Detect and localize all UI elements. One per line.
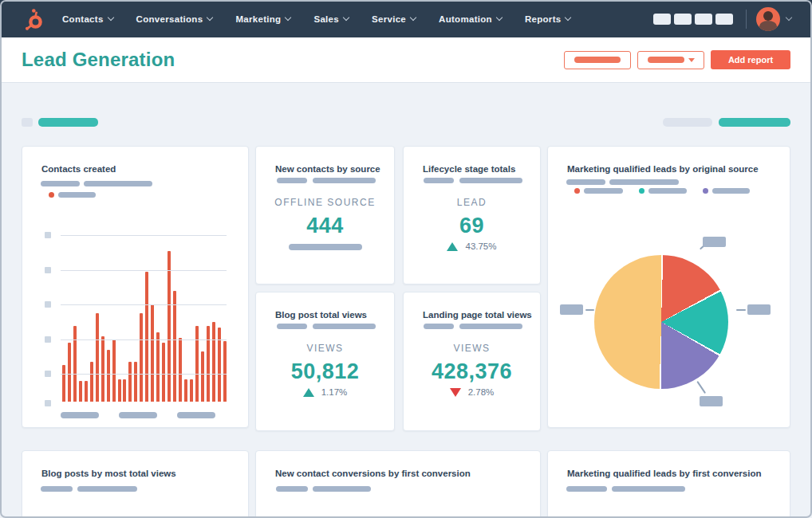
button-label-placeholder <box>574 57 621 63</box>
filter-pill-gray[interactable] <box>663 118 712 127</box>
card-lifecycle-stage-totals: Lifecycle stage totals LEAD 69 43.75% <box>403 146 541 285</box>
metric-value: 444 <box>256 214 394 238</box>
y-tick-placeholder <box>45 336 51 343</box>
nav-icon-placeholder-1[interactable] <box>653 14 671 25</box>
nav-icon-placeholder-3[interactable] <box>695 14 712 25</box>
pie-chart <box>594 255 728 389</box>
subtitle-placeholder <box>424 324 454 329</box>
triangle-down-icon <box>450 388 461 397</box>
bar <box>101 336 104 402</box>
legend-label-placeholder <box>712 188 750 194</box>
card-title: New contacts by source <box>275 164 380 174</box>
subtitle-placeholder <box>566 486 607 492</box>
bar <box>201 351 204 402</box>
subtitle-placeholder <box>459 178 522 183</box>
gridline <box>61 339 227 340</box>
subtitle-placeholder <box>84 181 152 186</box>
nav-item-label: Sales <box>313 14 339 24</box>
bar-chart-bars <box>62 233 227 402</box>
card-new-contacts-by-source: New contacts by source OFFLINE SOURCE 44… <box>255 146 395 285</box>
y-tick-placeholder <box>45 232 51 238</box>
nav-item-contacts[interactable]: Contacts <box>62 14 113 24</box>
page-title: Lead Generation <box>22 49 175 71</box>
subtitle-placeholder <box>313 178 376 183</box>
metric-value: 69 <box>404 214 540 238</box>
subtitle-placeholder <box>277 178 307 183</box>
subtitle-placeholder <box>459 324 522 329</box>
card-contacts-created: Contacts created <box>22 146 249 428</box>
filter-left <box>22 118 98 127</box>
nav-item-marketing[interactable]: Marketing <box>235 14 290 24</box>
bar <box>68 343 71 402</box>
caret-down-icon <box>688 58 695 62</box>
filter-checkbox-placeholder[interactable] <box>22 118 33 127</box>
bar <box>90 362 93 402</box>
filter-right <box>663 118 790 127</box>
bar <box>62 365 65 402</box>
filter-pill-left[interactable] <box>38 118 98 127</box>
legend-label-placeholder <box>584 188 623 194</box>
bar <box>145 272 148 402</box>
subtitle-placeholder <box>41 486 73 492</box>
nav-item-label: Conversations <box>136 14 203 24</box>
filter-pill-right[interactable] <box>719 118 790 127</box>
dashboard-actions-button[interactable] <box>564 51 631 69</box>
chevron-down-icon <box>565 14 571 21</box>
legend-dot <box>574 188 580 194</box>
card-blog-posts-by-most-total-views: Blog posts by most total views <box>22 450 249 518</box>
delta-value: 43.75% <box>465 241 496 251</box>
header-actions: Add report <box>564 50 790 69</box>
bar <box>195 326 199 402</box>
nav-icon-placeholder-2[interactable] <box>674 14 692 25</box>
subtitle-placeholder <box>612 486 685 492</box>
nav-item-label: Automation <box>439 14 492 24</box>
gridline <box>61 374 227 375</box>
metric-label: VIEWS <box>404 343 540 354</box>
nav-item-automation[interactable]: Automation <box>439 14 502 24</box>
filter-row <box>0 118 812 127</box>
card-blog-post-total-views: Blog post total views VIEWS 50,812 1.17% <box>255 292 395 431</box>
dashboard-filter-dropdown[interactable] <box>637 51 704 69</box>
callout-line <box>736 309 746 311</box>
hubspot-dashboard: ContactsConversationsMarketingSalesServi… <box>0 0 812 518</box>
metric-delta: 43.75% <box>404 241 540 251</box>
card-landing-page-total-views: Landing page total views VIEWS 428,376 2… <box>403 292 541 431</box>
nav-icon-placeholder-4[interactable] <box>715 14 733 25</box>
metric-label: OFFLINE SOURCE <box>256 197 394 208</box>
x-axis-label-placeholder <box>177 412 215 418</box>
bar <box>168 251 171 402</box>
user-avatar[interactable] <box>756 7 780 31</box>
bar <box>85 381 88 402</box>
nav-item-service[interactable]: Service <box>372 14 416 24</box>
y-tick-placeholder <box>45 400 51 406</box>
bar <box>118 379 121 402</box>
subtitle-placeholder <box>41 181 80 186</box>
bar <box>79 381 82 402</box>
card-mql-by-original-source: Marketing qualified leads by original so… <box>547 146 790 428</box>
add-report-button[interactable]: Add report <box>711 50 790 69</box>
bar <box>223 341 227 402</box>
subtitle-placeholder <box>424 178 454 183</box>
card-title: Lifecycle stage totals <box>423 164 515 174</box>
hubspot-sprocket-icon[interactable] <box>21 7 45 31</box>
card-title: Contacts created <box>41 164 116 174</box>
bar <box>162 343 165 402</box>
subtitle-placeholder <box>609 179 679 185</box>
legend-dot <box>49 192 54 198</box>
chevron-down-icon <box>410 14 416 21</box>
top-nav: ContactsConversationsMarketingSalesServi… <box>0 0 812 37</box>
callout-line <box>696 381 706 394</box>
chevron-down-icon <box>343 14 349 21</box>
nav-item-reports[interactable]: Reports <box>525 14 571 24</box>
card-title: New contact conversions by first convers… <box>275 469 471 478</box>
chevron-down-icon[interactable] <box>786 18 791 20</box>
legend-dot <box>639 188 644 194</box>
nav-item-conversations[interactable]: Conversations <box>136 14 213 24</box>
y-tick-placeholder <box>45 301 51 308</box>
subtitle-placeholder <box>313 486 371 492</box>
bar <box>112 339 116 402</box>
bar <box>218 328 221 402</box>
button-label-placeholder <box>648 57 684 63</box>
y-tick-placeholder <box>45 371 51 377</box>
nav-item-sales[interactable]: Sales <box>313 14 349 24</box>
